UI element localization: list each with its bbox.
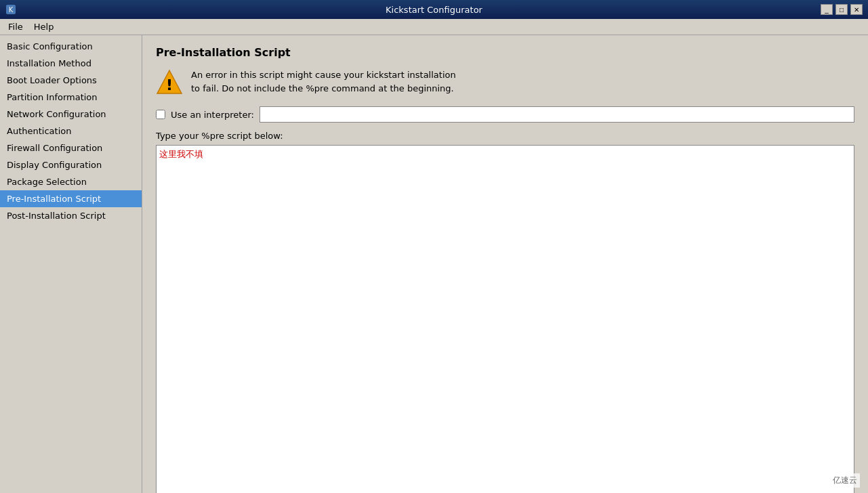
sidebar-item-display-config[interactable]: Display Configuration	[0, 156, 142, 173]
title-bar: K Kickstart Configurator _ □ ✕	[0, 0, 868, 19]
svg-text:K: K	[9, 6, 14, 14]
page-title: Pre-Installation Script	[156, 46, 854, 59]
sidebar-item-post-install-script[interactable]: Post-Installation Script	[0, 207, 142, 224]
warning-line2: to fail. Do not include the %pre command…	[191, 83, 454, 93]
minimize-button[interactable]: _	[821, 4, 833, 15]
warning-box: ! An error in this script might cause yo…	[156, 68, 854, 95]
interpreter-checkbox[interactable]	[156, 110, 165, 119]
watermark: 亿速云	[830, 473, 860, 488]
main-container: Basic Configuration Installation Method …	[0, 35, 868, 493]
sidebar-item-partition-info[interactable]: Partition Information	[0, 89, 142, 106]
sidebar-item-network-config[interactable]: Network Configuration	[0, 106, 142, 123]
close-button[interactable]: ✕	[850, 4, 863, 15]
interpreter-label: Use an interpreter:	[171, 110, 254, 120]
content-area: Pre-Installation Script ! An error in th…	[142, 35, 868, 493]
sidebar-item-package-selection[interactable]: Package Selection	[0, 173, 142, 190]
title-bar-left: K	[5, 4, 16, 15]
sidebar-item-basic-config[interactable]: Basic Configuration	[0, 38, 142, 55]
warning-text: An error in this script might cause your…	[191, 68, 456, 95]
sidebar-item-pre-install-script[interactable]: Pre-Installation Script	[0, 190, 142, 207]
window-controls: _ □ ✕	[821, 4, 863, 15]
warning-icon: !	[156, 68, 183, 95]
sidebar-item-boot-loader[interactable]: Boot Loader Options	[0, 72, 142, 89]
svg-text:!: !	[166, 77, 173, 93]
maximize-button[interactable]: □	[835, 4, 848, 15]
sidebar: Basic Configuration Installation Method …	[0, 35, 142, 493]
script-label: Type your %pre script below:	[156, 131, 854, 141]
sidebar-item-authentication[interactable]: Authentication	[0, 123, 142, 140]
menu-bar: File Help	[0, 19, 868, 35]
menu-file[interactable]: File	[3, 20, 28, 33]
sidebar-item-installation-method[interactable]: Installation Method	[0, 55, 142, 72]
window-title: Kickstart Configurator	[386, 5, 482, 15]
warning-line1: An error in this script might cause your…	[191, 70, 456, 80]
script-textarea[interactable]	[156, 145, 854, 493]
interpreter-row: Use an interpreter:	[156, 106, 854, 123]
interpreter-input[interactable]	[260, 106, 854, 123]
menu-help[interactable]: Help	[28, 20, 60, 33]
app-icon: K	[5, 4, 16, 15]
sidebar-item-firewall-config[interactable]: Firewall Configuration	[0, 140, 142, 156]
